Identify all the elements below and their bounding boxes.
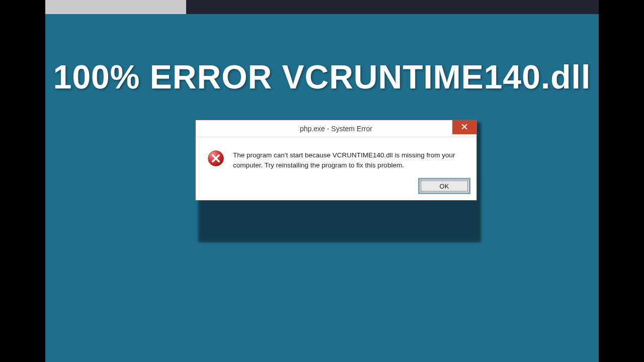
dialog-body: The program can't start because VCRUNTIM… [196,137,476,179]
dialog-message: The program can't start because VCRUNTIM… [233,149,465,170]
error-dialog: php.exe - System Error [195,120,477,201]
error-icon [207,149,225,167]
dialog-titlebar[interactable]: php.exe - System Error [196,120,476,137]
window-top-strip [45,0,599,14]
headline-text: 100% ERROR VCRUNTIME140.dll [53,58,591,96]
ok-button[interactable]: OK [419,179,469,193]
dialog-title: php.exe - System Error [196,125,476,133]
close-button[interactable] [452,120,476,134]
dialog-button-row: OK [196,179,476,200]
close-icon [461,123,467,131]
thumbnail-stage: 100% ERROR VCRUNTIME140.dll php.exe - Sy… [45,0,599,362]
